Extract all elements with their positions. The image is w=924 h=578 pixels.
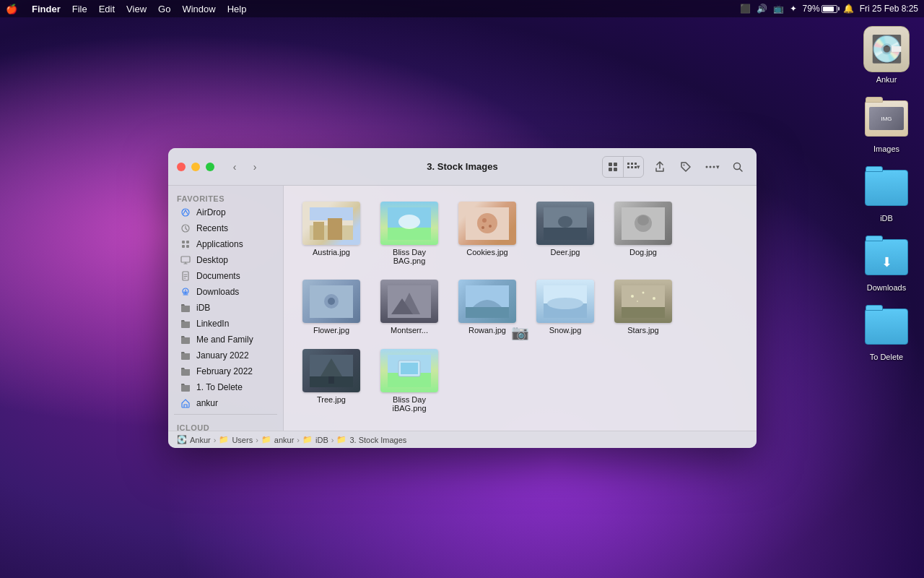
file-item-cookies[interactable]: Cookies.jpg xyxy=(451,197,523,269)
file-name-rowan: Rowan.jpg xyxy=(468,326,506,335)
sidebar-linkedin-label: LinkedIn xyxy=(196,319,229,329)
images-folder-label: Images xyxy=(873,144,899,153)
window-minimize-button[interactable] xyxy=(191,163,200,171)
file-item-tree[interactable]: Tree.jpg xyxy=(295,345,367,417)
sidebar-item-applications[interactable]: Applications xyxy=(171,236,280,252)
breadcrumb-idb[interactable]: 📁 iDB xyxy=(302,435,328,444)
breadcrumb-users[interactable]: 📁 Users xyxy=(219,435,253,444)
menu-finder[interactable]: Finder xyxy=(32,4,61,14)
svg-point-58 xyxy=(653,297,655,300)
view-icons-button[interactable] xyxy=(603,157,623,177)
sidebar-mefamily-label: Me and Family xyxy=(196,335,253,345)
svg-point-57 xyxy=(642,291,645,293)
file-item-blissday[interactable]: Bliss Day BAG.png xyxy=(373,197,445,269)
sidebar-item-todelete[interactable]: 1. To Delete xyxy=(171,379,280,395)
file-item-snow[interactable]: Snow.jpg xyxy=(529,275,601,339)
sidebar-item-desktop[interactable]: Desktop xyxy=(171,252,280,268)
file-item-dog[interactable]: Dog.jpg xyxy=(607,197,679,269)
titlebar-navigation: ‹ › xyxy=(226,158,263,176)
breadcrumb-ankur[interactable]: 💽 Ankur xyxy=(177,435,211,444)
file-item-flower[interactable]: Flower.jpg xyxy=(295,275,367,339)
window-title: 3. Stock Images xyxy=(427,161,497,172)
battery-percent: 79% xyxy=(803,4,820,14)
svg-point-39 xyxy=(558,216,572,228)
sidebar-item-downloads[interactable]: Downloads xyxy=(171,284,280,300)
file-item-deer[interactable]: Deer.jpg xyxy=(529,197,601,269)
svg-point-42 xyxy=(637,215,649,225)
notification-icon[interactable]: 🔔 xyxy=(843,4,854,14)
desktop-icon-images[interactable]: IMG Images xyxy=(860,92,912,156)
battery-indicator: 79% xyxy=(803,4,837,14)
screen-record-icon[interactable]: ⬛ xyxy=(740,4,751,14)
apple-menu[interactable]: 🍎 xyxy=(6,4,17,14)
menu-view[interactable]: View xyxy=(126,4,147,14)
svg-rect-17 xyxy=(182,241,185,243)
sidebar-icloud-label: iCloud xyxy=(168,418,283,431)
desktop-icon-ankur[interactable]: 💽 Ankur xyxy=(860,23,912,87)
more-options-button[interactable]: ▾ xyxy=(702,157,722,177)
menu-help[interactable]: Help xyxy=(227,4,247,14)
window-close-button[interactable] xyxy=(177,163,186,171)
file-name-blissday: Bliss Day BAG.png xyxy=(378,248,441,265)
images-folder-icon: IMG xyxy=(863,95,910,142)
finder-breadcrumb: 💽 Ankur › 📁 Users › 📁 ankur › 📁 iDB › 📁 … xyxy=(168,431,757,448)
ankur-drive-label: Ankur xyxy=(876,75,897,84)
svg-point-31 xyxy=(398,215,420,229)
finder-window: ‹ › 3. Stock Images xyxy=(168,148,757,448)
desktop-icon-downloads[interactable]: ⬇ Downloads xyxy=(860,231,912,295)
sidebar-airdrop-label: AirDrop xyxy=(196,207,226,217)
breadcrumb-ankur-user[interactable]: 📁 ankur xyxy=(261,435,295,444)
file-name-cookies: Cookies.jpg xyxy=(466,248,507,256)
file-item-blissipad[interactable]: Bliss Day iBAG.png xyxy=(373,345,445,417)
idb-folder-label: iDB xyxy=(880,214,893,223)
sidebar-item-documents[interactable]: Documents xyxy=(171,268,280,284)
sidebar-item-airdrop[interactable]: AirDrop xyxy=(171,204,280,220)
sidebar-item-linkedin[interactable]: LinkedIn xyxy=(171,316,280,332)
ankur-home-icon xyxy=(180,397,191,409)
svg-rect-8 xyxy=(631,166,633,168)
desktop-icon-idb[interactable]: iDB xyxy=(860,162,912,225)
sidebar-item-idb[interactable]: iDB xyxy=(171,300,280,316)
screen-mirror-icon[interactable]: 📺 xyxy=(773,4,784,14)
menu-go[interactable]: Go xyxy=(158,4,170,14)
tag-button[interactable] xyxy=(676,157,696,177)
sidebar-item-recents[interactable]: Recents xyxy=(171,220,280,236)
svg-rect-67 xyxy=(401,363,418,374)
menu-edit[interactable]: Edit xyxy=(99,4,115,14)
breadcrumb-stockimages[interactable]: 📁 3. Stock Images xyxy=(336,435,406,444)
linkedin-sidebar-icon xyxy=(180,318,191,329)
breadcrumb-idb-icon: 📁 xyxy=(302,435,313,444)
window-maximize-button[interactable] xyxy=(206,163,214,171)
menu-window[interactable]: Window xyxy=(182,4,215,14)
sidebar-item-ankur[interactable]: ankur xyxy=(171,395,280,411)
file-thumb-rowan xyxy=(458,280,516,323)
sidebar-recents-label: Recents xyxy=(196,223,228,233)
desktop-icon-todelete[interactable]: To Delete xyxy=(860,301,912,364)
file-item-montserr[interactable]: Montserr... xyxy=(373,275,445,339)
todelete-sidebar-icon xyxy=(180,381,191,393)
file-item-stars[interactable]: Stars.jpg xyxy=(607,275,679,339)
desktop-icon xyxy=(180,254,191,266)
battery-fill xyxy=(823,7,834,12)
svg-point-10 xyxy=(684,164,685,165)
view-toggle: ▾ xyxy=(602,156,644,178)
file-item-austria[interactable]: Austria.jpg xyxy=(295,197,367,269)
nav-back-button[interactable]: ‹ xyxy=(226,158,243,176)
sidebar-feb2022-label: February 2022 xyxy=(196,366,253,376)
downloads-icon xyxy=(180,286,191,298)
search-button[interactable] xyxy=(728,157,748,177)
svg-rect-27 xyxy=(313,222,324,240)
share-button[interactable] xyxy=(650,157,670,177)
sidebar-item-feb2022[interactable]: February 2022 xyxy=(171,363,280,379)
bluetooth-icon[interactable]: ✦ xyxy=(790,4,797,14)
nav-forward-button[interactable]: › xyxy=(246,158,263,176)
volume-icon[interactable]: 🔊 xyxy=(757,4,767,14)
view-group-button[interactable]: ▾ xyxy=(623,157,643,177)
sidebar-favorites-label: Favorites xyxy=(168,191,283,204)
svg-point-59 xyxy=(637,301,638,302)
sidebar-item-mefamily[interactable]: Me and Family xyxy=(171,332,280,348)
menu-file[interactable]: File xyxy=(72,4,87,14)
svg-rect-3 xyxy=(614,168,617,171)
sidebar-item-jan2022[interactable]: January 2022 xyxy=(171,348,280,363)
applications-icon xyxy=(180,238,191,250)
